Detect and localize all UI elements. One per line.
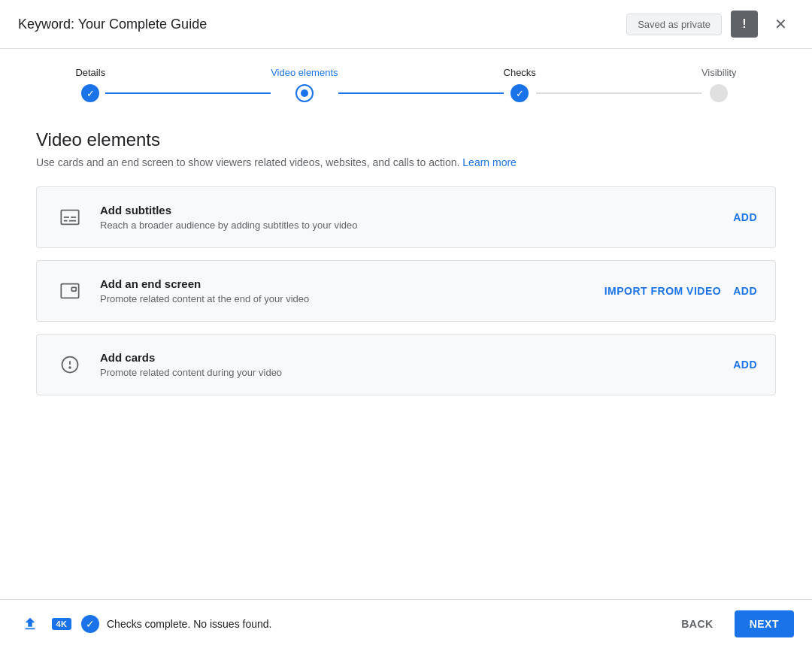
svg-rect-6 — [71, 287, 76, 291]
4k-label: 4K — [52, 618, 71, 630]
connector-1 — [105, 92, 271, 94]
end-screen-title: Add an end screen — [100, 277, 589, 290]
step-details[interactable]: Details ✓ — [75, 67, 105, 102]
footer: 4K ✓ Checks complete. No issues found. B… — [0, 599, 812, 648]
end-screen-icon — [55, 276, 85, 306]
step-video-elements[interactable]: Video elements — [271, 67, 338, 102]
header-actions: Saved as private ! ✕ — [626, 11, 794, 38]
step-visibility[interactable]: Visibility — [701, 67, 737, 102]
saved-status-badge: Saved as private — [626, 14, 722, 35]
next-button[interactable]: NEXT — [735, 610, 794, 637]
connector-3 — [536, 92, 701, 94]
footer-status-text: Checks complete. No issues found. — [107, 618, 271, 630]
step-checks[interactable]: Checks ✓ — [504, 67, 536, 102]
step-video-elements-circle — [295, 84, 314, 102]
card-cards: Add cards Promote related content during… — [36, 334, 776, 395]
alert-button[interactable]: ! — [731, 11, 758, 38]
step-visibility-label: Visibility — [701, 67, 737, 78]
connector-2 — [338, 92, 504, 94]
end-screen-desc: Promote related content at the end of yo… — [100, 293, 589, 304]
step-video-elements-label: Video elements — [271, 67, 338, 78]
import-from-video-button[interactable]: IMPORT FROM VIDEO — [604, 285, 722, 297]
end-screen-actions: IMPORT FROM VIDEO ADD — [604, 285, 757, 297]
subtitles-actions: ADD — [733, 211, 757, 223]
4k-badge: 4K — [50, 612, 74, 636]
subtitles-add-button[interactable]: ADD — [733, 211, 757, 223]
step-visibility-circle — [710, 84, 728, 102]
cards-desc: Promote related content during your vide… — [100, 367, 718, 378]
close-icon: ✕ — [774, 15, 787, 33]
learn-more-link[interactable]: Learn more — [462, 156, 517, 168]
step-checks-label: Checks — [504, 67, 536, 78]
active-dot — [301, 89, 308, 97]
cards-add-button[interactable]: ADD — [733, 359, 757, 371]
main-content: Video elements Use cards and an end scre… — [0, 114, 812, 422]
step-details-circle: ✓ — [81, 84, 99, 102]
subtitles-icon — [55, 202, 85, 232]
card-end-screen: Add an end screen Promote related conten… — [36, 260, 776, 322]
svg-point-9 — [69, 367, 71, 368]
checkmark-icon: ✓ — [86, 89, 95, 98]
header: Keyword: Your Complete Guide Saved as pr… — [0, 0, 812, 49]
section-description: Use cards and an end screen to show view… — [36, 156, 776, 168]
subtitles-title: Add subtitles — [100, 204, 718, 217]
cards-icon — [55, 350, 85, 380]
step-checks-circle: ✓ — [511, 84, 529, 102]
subtitles-desc: Reach a broader audience by adding subti… — [100, 220, 718, 231]
section-desc-text: Use cards and an end screen to show view… — [36, 156, 462, 168]
stepper: Details ✓ Video elements Checks ✓ Visibi… — [0, 49, 812, 114]
cards-text: Add cards Promote related content during… — [100, 351, 718, 378]
check-circle-icon: ✓ — [81, 615, 99, 633]
upload-icon — [18, 612, 42, 636]
cards-actions: ADD — [733, 359, 757, 371]
end-screen-add-button[interactable]: ADD — [733, 285, 757, 297]
close-button[interactable]: ✕ — [767, 11, 794, 38]
page-title: Keyword: Your Complete Guide — [18, 17, 207, 32]
check-icon: ✓ — [86, 618, 95, 630]
end-screen-text: Add an end screen Promote related conten… — [100, 277, 589, 304]
card-subtitles: Add subtitles Reach a broader audience b… — [36, 186, 776, 248]
footer-right: BACK NEXT — [672, 610, 794, 637]
step-details-label: Details — [75, 67, 105, 78]
alert-icon: ! — [742, 17, 746, 31]
footer-left: 4K ✓ Checks complete. No issues found. — [18, 612, 271, 636]
checkmark-icon: ✓ — [516, 89, 524, 98]
back-button[interactable]: BACK — [672, 612, 722, 636]
cards-title: Add cards — [100, 351, 718, 364]
section-title: Video elements — [36, 129, 776, 150]
subtitles-text: Add subtitles Reach a broader audience b… — [100, 204, 718, 231]
